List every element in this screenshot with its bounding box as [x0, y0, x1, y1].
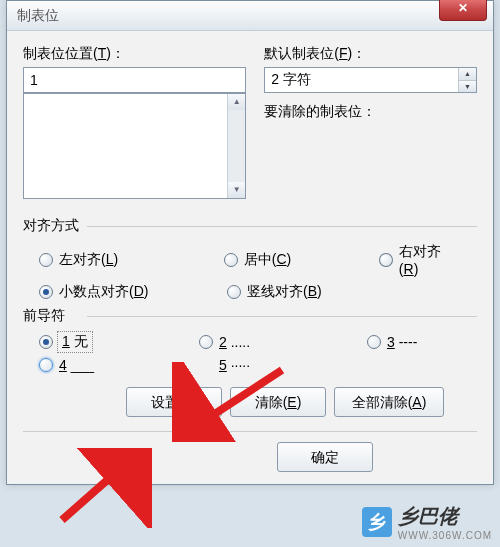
leader-group-label: 前导符 [23, 307, 477, 325]
clear-all-button[interactable]: 全部清除(A) [334, 387, 444, 417]
tabstop-position-label: 制表位位置(T)： [23, 45, 246, 63]
radio-icon [199, 335, 213, 349]
radio-icon [224, 253, 238, 267]
window-title: 制表位 [17, 7, 59, 25]
leader-4-radio[interactable]: 4 ___ [39, 357, 181, 373]
scrollbar[interactable]: ▲ ▼ [227, 94, 245, 198]
close-button[interactable]: ✕ [439, 0, 487, 21]
clear-list-label: 要清除的制表位： [264, 103, 477, 121]
watermark: 乡 乡巴佬 WWW.306W.COM [362, 503, 492, 541]
align-bar-radio[interactable]: 竖线对齐(B) [227, 283, 322, 301]
radio-icon [39, 285, 53, 299]
leader-5-radio[interactable]: 5 ····· [199, 357, 250, 373]
titlebar: 制表位 ✕ [7, 1, 493, 31]
alignment-group-label: 对齐方式 [23, 217, 477, 235]
leader-group: 1 无 2 ..... 3 ---- 4 ___ 5 ··· [23, 333, 477, 373]
close-icon: ✕ [458, 1, 468, 15]
leader-1-radio[interactable]: 1 无 [39, 333, 181, 351]
leader-3-radio[interactable]: 3 ---- [367, 333, 417, 351]
radio-icon [39, 335, 53, 349]
ok-button[interactable]: 确定 [277, 442, 373, 472]
align-left-radio[interactable]: 左对齐(L) [39, 243, 206, 277]
radio-icon [227, 285, 241, 299]
radio-icon [39, 253, 53, 267]
radio-icon [367, 335, 381, 349]
align-right-radio[interactable]: 右对齐(R) [379, 243, 459, 277]
align-decimal-radio[interactable]: 小数点对齐(D) [39, 283, 209, 301]
clear-button[interactable]: 清除(E) [230, 387, 326, 417]
watermark-badge: 乡 [362, 507, 392, 537]
tabstop-position-input[interactable] [23, 67, 246, 93]
default-tabstop-spinner[interactable]: ▲ ▼ [264, 67, 477, 93]
leader-2-radio[interactable]: 2 ..... [199, 333, 349, 351]
default-tabstop-label: 默认制表位(F)： [264, 45, 477, 63]
radio-icon [39, 358, 53, 372]
watermark-text: 乡巴佬 [398, 503, 492, 530]
scroll-down-icon[interactable]: ▼ [228, 182, 245, 198]
tabstop-position-list[interactable]: ▲ ▼ [23, 93, 246, 199]
tabstop-dialog: 制表位 ✕ 制表位位置(T)： ▲ ▼ 默认制表位(F)： [6, 0, 494, 485]
spin-up-icon[interactable]: ▲ [459, 68, 476, 81]
radio-icon [379, 253, 393, 267]
scroll-up-icon[interactable]: ▲ [228, 94, 245, 110]
alignment-group: 左对齐(L) 居中(C) 右对齐(R) 小数点对齐(D) 竖 [23, 243, 477, 301]
set-button[interactable]: 设置(S) [126, 387, 222, 417]
align-center-radio[interactable]: 居中(C) [224, 243, 361, 277]
default-tabstop-input[interactable] [265, 68, 458, 92]
spin-down-icon[interactable]: ▼ [459, 81, 476, 93]
watermark-url: WWW.306W.COM [398, 530, 492, 541]
clear-list-area [264, 125, 477, 211]
